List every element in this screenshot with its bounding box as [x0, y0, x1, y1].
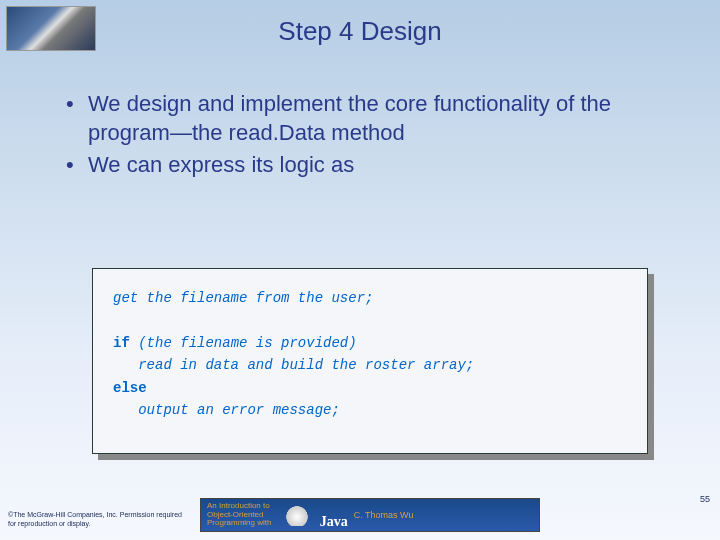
- page-number: 55: [700, 494, 710, 504]
- coffee-cup-icon: [277, 500, 317, 526]
- keyword-else: else: [113, 380, 147, 396]
- slide-title: Step 4 Design: [0, 16, 720, 47]
- bullet-list: We design and implement the core functio…: [60, 90, 660, 184]
- code-line: get the filename from the user;: [113, 290, 373, 306]
- bullet-item: We design and implement the core functio…: [60, 90, 660, 147]
- code-condition: (the filename is provided): [138, 335, 356, 351]
- code-else-body: output an error message;: [113, 402, 340, 418]
- code-then: read in data and build the roster array;: [113, 357, 474, 373]
- keyword-if: if: [113, 335, 130, 351]
- bullet-item: We can express its logic as: [60, 151, 660, 180]
- java-wordmark: Java: [320, 514, 348, 529]
- banner-intro: An Introduction to Object-Oriented Progr…: [207, 502, 271, 528]
- java-logo: Java: [277, 500, 347, 530]
- banner-author: C. Thomas Wu: [354, 510, 414, 520]
- banner-intro-line: Programming with: [207, 519, 271, 528]
- copyright-text: ©The McGraw-Hill Companies, Inc. Permiss…: [8, 510, 188, 528]
- pseudocode-box: get the filename from the user; if (the …: [92, 268, 648, 454]
- book-banner: An Introduction to Object-Oriented Progr…: [200, 498, 540, 532]
